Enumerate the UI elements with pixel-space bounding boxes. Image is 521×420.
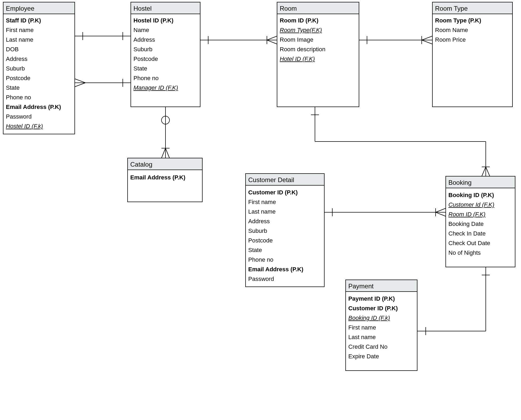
svg-text:Payment: Payment [348, 282, 374, 290]
entity-room: Room Room ID (P.K)Room Type(F.K)Room Ima… [277, 2, 359, 107]
attr-text: Room Image [280, 36, 313, 43]
attr-text: Room Name [435, 27, 468, 33]
svg-line-14 [422, 36, 432, 40]
svg-line-26 [482, 167, 486, 176]
attr-text: Postcode [248, 237, 273, 244]
attr-text: Check In Date [448, 230, 486, 237]
rel-employee-hostel-top [75, 32, 131, 40]
attr-text: Room ID (P.K) [280, 17, 318, 24]
attr-text: Check Out Date [448, 240, 490, 246]
attr-text: First name [248, 199, 276, 205]
attr-text: Room Type (P.K) [435, 17, 481, 24]
rel-employee-hostel-bottom [75, 79, 131, 87]
attr-text: Email Address (P.K) [6, 104, 61, 110]
attr-text: Password [6, 113, 32, 120]
rel-customer-booking [324, 208, 446, 216]
svg-text:Room Type: Room Type [435, 5, 468, 12]
attr-text: Room description [280, 46, 325, 53]
attr-text: First name [6, 27, 34, 33]
entity-employee: Employee Staff ID (P.K)First nameLast na… [3, 2, 75, 134]
rel-booking-payment [417, 267, 490, 335]
attr-text: Name [133, 27, 149, 33]
attr-text: Last name [348, 334, 376, 340]
attr-text: Room Type(F.K) [280, 27, 322, 33]
svg-line-4 [75, 79, 85, 83]
attr-text: Address [248, 218, 270, 225]
attr-text: Payment ID (P.K) [348, 295, 395, 302]
svg-line-9 [267, 36, 277, 40]
attr-text: Customer ID (P.K) [348, 305, 398, 312]
svg-text:Booking: Booking [448, 179, 472, 186]
attr-text: Customer ID (P.K) [248, 189, 298, 196]
rel-room-roomtype [359, 36, 432, 44]
svg-line-32 [436, 212, 446, 216]
attr-text: Suburb [248, 227, 267, 234]
svg-line-20 [165, 148, 169, 158]
attr-text: Phone no [248, 256, 273, 263]
attr-text: Phone no [6, 94, 31, 101]
attr-text: State [248, 247, 262, 253]
entity-payment: Payment Payment ID (P.K)Customer ID (P.K… [346, 280, 417, 371]
svg-line-10 [267, 40, 277, 44]
entity-customer: Customer Detail Customer ID (P.K)First n… [246, 174, 324, 287]
attr-text: Booking Date [448, 221, 484, 227]
svg-line-15 [422, 40, 432, 44]
attr-text: Hostel ID (F.k) [6, 123, 43, 129]
rel-hostel-room [200, 36, 277, 44]
attr-text: Postcode [6, 75, 30, 81]
svg-text:Room: Room [280, 5, 297, 12]
attr-text: Booking ID (P.K) [448, 192, 494, 198]
svg-text:Customer Detail: Customer Detail [248, 176, 294, 183]
entity-booking: Booking Booking ID (P.K)Customer Id (F.K… [446, 176, 515, 267]
attr-text: Email Address (P.K) [130, 174, 185, 181]
attr-text: Booking ID (F.k) [348, 315, 390, 321]
attr-text: Customer Id (F.K) [448, 201, 494, 208]
attr-text: Address [133, 36, 155, 43]
attr-text: Hostel ID (P.K) [133, 17, 173, 24]
attr-text: DOB [6, 46, 19, 53]
attr-text: Hotel ID (F.K) [280, 56, 315, 62]
attr-text: Room Price [435, 36, 466, 43]
entity-roomtype: Room Type Room Type (P.K)Room NameRoom P… [432, 2, 512, 107]
attr-text: Phone no [133, 75, 159, 81]
attr-text: Address [6, 56, 27, 62]
attr-text: Last name [6, 36, 33, 43]
attr-text: Postcode [133, 56, 158, 62]
attr-text: Email Address (P.K) [248, 266, 303, 273]
attr-text: Suburb [133, 46, 152, 53]
attr-text: Staff ID (P.K) [6, 17, 41, 24]
catalog-attrs: Email Address (P.K) [130, 174, 185, 181]
entity-catalog: Catalog Email Address (P.K) [128, 158, 202, 202]
svg-text:Hostel: Hostel [133, 5, 152, 12]
rel-hostel-catalog [161, 107, 169, 158]
attr-text: State [133, 65, 147, 72]
attr-text: Password [248, 276, 274, 282]
attr-text: No of Nights [448, 249, 481, 256]
attr-text: Room ID (F.K) [448, 211, 486, 218]
svg-line-31 [436, 208, 446, 212]
attr-text: Expire Date [348, 353, 379, 360]
svg-line-5 [75, 83, 85, 87]
attr-text: Last name [248, 208, 276, 215]
attr-text: State [6, 84, 19, 91]
attr-text: Suburb [6, 65, 25, 72]
entity-hostel: Hostel Hostel ID (P.K)NameAddressSuburbP… [131, 2, 200, 107]
svg-text:Catalog: Catalog [130, 161, 152, 168]
rel-room-booking [311, 107, 490, 176]
svg-text:Employee: Employee [6, 5, 34, 12]
attr-text: Credit Card No [348, 343, 388, 350]
svg-line-27 [486, 167, 490, 176]
attr-text: First name [348, 324, 376, 331]
svg-line-19 [161, 148, 165, 158]
attr-text: Manager ID (F.K) [133, 84, 178, 91]
er-diagram: Employee Staff ID (P.K)First nameLast na… [0, 0, 521, 420]
